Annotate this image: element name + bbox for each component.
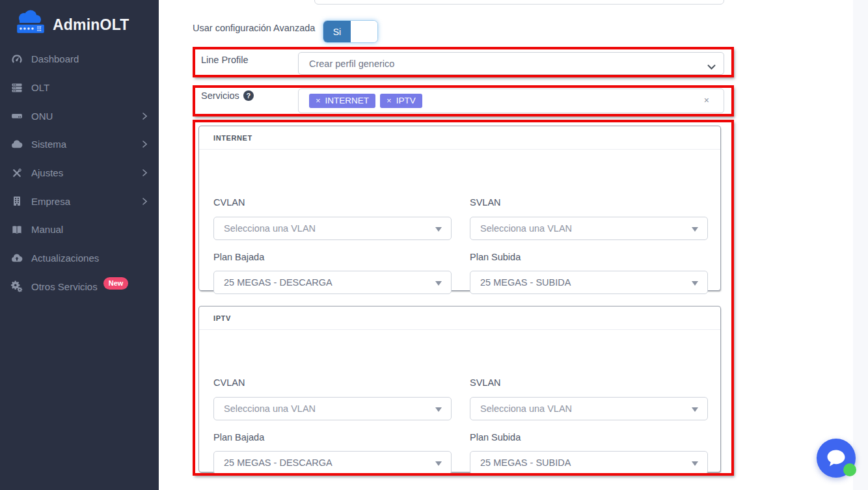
panel-body: CVLAN SVLAN Selecciona una VLAN Seleccio… xyxy=(199,150,720,314)
caret-down-icon xyxy=(692,227,698,232)
cvlan-select[interactable]: Selecciona una VLAN xyxy=(213,217,452,240)
building-icon xyxy=(10,194,24,208)
plan-bajada-value: 25 MEGAS - DESCARGA xyxy=(224,277,332,288)
sidebar-item-label: Dashboard xyxy=(31,53,79,64)
panel-header: INTERNET xyxy=(199,126,720,150)
plan-subida-select[interactable]: 25 MEGAS - SUBIDA xyxy=(470,451,708,474)
remove-tag-icon[interactable]: × xyxy=(316,96,321,105)
cvlan-label: CVLAN xyxy=(213,377,245,388)
sidebar-item-label: ONU xyxy=(31,111,53,122)
content-right-gutter xyxy=(853,0,868,490)
plan-bajada-label: Plan Bajada xyxy=(213,432,264,442)
caret-down-icon xyxy=(435,227,442,232)
service-tag-internet[interactable]: × INTERNET xyxy=(309,94,375,108)
sidebar-item-dashboard[interactable]: Dashboard xyxy=(0,45,159,74)
adminolt-logo-icon xyxy=(13,10,48,40)
plan-subida-value: 25 MEGAS - SUBIDA xyxy=(480,457,571,468)
cvlan-placeholder: Selecciona una VLAN xyxy=(224,223,316,234)
sidebar: AdminOLT Dashboard xyxy=(0,0,159,490)
plan-subida-label: Plan Subida xyxy=(470,432,521,442)
chevron-right-icon xyxy=(142,169,147,176)
toggle-on-state: Si xyxy=(323,21,351,42)
caret-down-icon xyxy=(692,461,698,466)
sidebar-item-label: Manual xyxy=(31,224,63,235)
panel-header: IPTV xyxy=(199,306,720,330)
services-label: Servicios ? xyxy=(201,90,254,101)
plan-bajada-select[interactable]: 25 MEGAS - DESCARGA xyxy=(213,451,452,474)
chat-widget-button[interactable] xyxy=(817,439,856,478)
plan-subida-label: Plan Subida xyxy=(470,252,521,262)
caret-down-icon xyxy=(435,281,442,286)
service-tag-iptv[interactable]: × IPTV xyxy=(380,94,422,108)
cvlan-placeholder: Selecciona una VLAN xyxy=(224,403,316,414)
sidebar-item-manual[interactable]: Manual xyxy=(0,215,159,244)
panel-title: INTERNET xyxy=(213,134,252,142)
cvlan-label: CVLAN xyxy=(213,197,245,208)
svlan-placeholder: Selecciona una VLAN xyxy=(480,403,572,414)
svlan-select[interactable]: Selecciona una VLAN xyxy=(470,397,708,420)
gears-icon xyxy=(10,279,24,293)
sidebar-item-otros-servicios[interactable]: Otros Servicios New xyxy=(0,273,159,301)
new-badge: New xyxy=(103,277,129,290)
svlan-label: SVLAN xyxy=(470,377,501,388)
svlan-placeholder: Selecciona una VLAN xyxy=(480,223,572,234)
tag-label: IPTV xyxy=(396,96,416,105)
sidebar-item-label: Sistema xyxy=(31,139,66,150)
advanced-config-toggle[interactable]: Si xyxy=(323,20,378,43)
line-profile-select[interactable]: Crear perfil generico xyxy=(298,52,724,75)
app-root: AdminOLT Dashboard xyxy=(0,0,868,490)
online-status-dot xyxy=(843,463,856,476)
panel-title: IPTV xyxy=(213,314,231,322)
sidebar-item-label: Empresa xyxy=(31,196,70,207)
sidebar-item-label: Ajustes xyxy=(31,167,63,178)
panel-body: CVLAN SVLAN Selecciona una VLAN Seleccio… xyxy=(199,330,720,490)
gauge-icon xyxy=(10,52,24,66)
caret-down-icon xyxy=(692,281,698,286)
svlan-select[interactable]: Selecciona una VLAN xyxy=(470,217,708,240)
svlan-label: SVLAN xyxy=(470,197,501,208)
device-icon xyxy=(10,109,24,123)
plan-subida-select[interactable]: 25 MEGAS - SUBIDA xyxy=(470,271,708,294)
tag-label: INTERNET xyxy=(325,96,370,105)
caret-down-icon xyxy=(435,461,442,466)
sidebar-item-label: OLT xyxy=(31,82,49,93)
sidebar-menu: Dashboard OLT xyxy=(0,45,159,301)
services-label-text: Servicios xyxy=(201,90,239,101)
sidebar-item-label: Otros Servicios xyxy=(31,281,98,292)
line-profile-selected-value: Crear perfil generico xyxy=(309,59,394,69)
iptv-panel: IPTV CVLAN SVLAN Selecciona una VLAN Sel… xyxy=(198,306,721,472)
advanced-config-label: Usar configuración Avanzada xyxy=(193,23,315,33)
plan-subida-value: 25 MEGAS - SUBIDA xyxy=(480,277,571,288)
truncated-top-input[interactable] xyxy=(314,0,724,5)
app-title: AdminOLT xyxy=(53,16,129,34)
sidebar-item-sistema[interactable]: Sistema xyxy=(0,130,159,159)
plan-bajada-label: Plan Bajada xyxy=(213,252,264,262)
sidebar-item-ajustes[interactable]: Ajustes xyxy=(0,159,159,187)
chevron-down-icon xyxy=(707,61,716,73)
toggle-off-state xyxy=(351,21,377,42)
chevron-right-icon xyxy=(142,141,147,148)
clear-all-icon[interactable]: × xyxy=(704,95,709,105)
logo[interactable]: AdminOLT xyxy=(0,0,159,49)
sidebar-item-label: Actualizaciones xyxy=(31,252,99,264)
server-stack-icon xyxy=(10,81,24,95)
sidebar-item-olt[interactable]: OLT xyxy=(0,74,159,102)
remove-tag-icon[interactable]: × xyxy=(387,96,392,105)
tools-icon xyxy=(10,166,24,180)
chevron-right-icon xyxy=(142,198,147,205)
plan-bajada-value: 25 MEGAS - DESCARGA xyxy=(224,457,332,468)
caret-down-icon xyxy=(692,407,698,412)
caret-down-icon xyxy=(435,407,442,412)
book-icon xyxy=(10,223,24,237)
sidebar-item-empresa[interactable]: Empresa xyxy=(0,187,159,215)
help-icon[interactable]: ? xyxy=(243,90,254,101)
cvlan-select[interactable]: Selecciona una VLAN xyxy=(213,397,452,420)
line-profile-label: Line Profile xyxy=(201,55,249,65)
cloud-upload-icon xyxy=(10,251,24,265)
sidebar-item-actualizaciones[interactable]: Actualizaciones xyxy=(0,244,159,273)
plan-bajada-select[interactable]: 25 MEGAS - DESCARGA xyxy=(213,271,452,294)
internet-panel: INTERNET CVLAN SVLAN Selecciona una VLAN… xyxy=(198,126,721,291)
cloud-icon xyxy=(10,137,24,152)
services-multiselect[interactable]: × INTERNET × IPTV × xyxy=(298,88,724,113)
sidebar-item-onu[interactable]: ONU xyxy=(0,102,159,130)
